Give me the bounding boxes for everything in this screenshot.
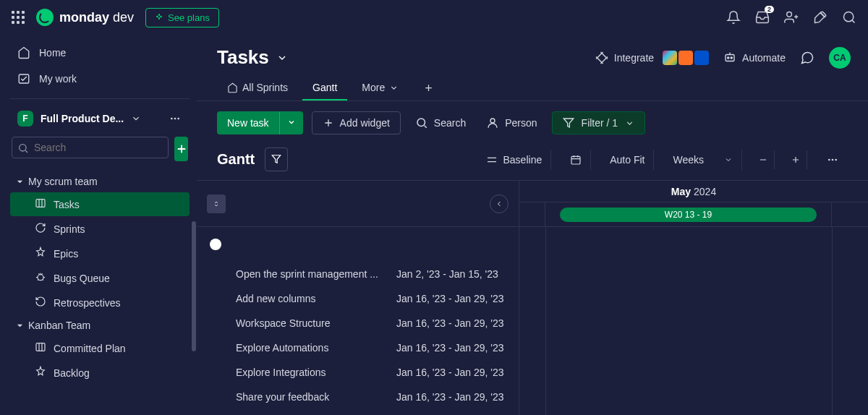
see-plans-button[interactable]: See plans: [145, 8, 219, 27]
discussion-button[interactable]: [800, 51, 814, 65]
automate-button[interactable]: Automate: [723, 51, 786, 64]
gantt-task-row[interactable]: Explore IntegrationsJan 16, '23 - Jan 29…: [197, 360, 519, 385]
apps-icon[interactable]: [813, 10, 827, 25]
gantt-timeline[interactable]: May2024 W20 13 - 19: [519, 181, 868, 415]
svg-rect-9: [726, 54, 734, 61]
svg-point-2: [171, 118, 173, 120]
gantt-title: Gantt: [217, 147, 288, 171]
tab-all-sprints[interactable]: All Sprints: [217, 76, 298, 100]
collapse-panel-button[interactable]: [490, 194, 509, 213]
tab-gantt[interactable]: Gantt: [302, 76, 347, 100]
chevron-down-icon: [131, 114, 141, 124]
chevron-down-icon: [276, 52, 288, 64]
nav-my-work[interactable]: My work: [10, 67, 190, 91]
invite-icon[interactable]: [784, 10, 799, 25]
task-dates: Jan 16, '23 - Jan 29, '23: [396, 342, 504, 354]
gantt-task-row[interactable]: Share your feedbackJan 16, '23 - Jan 29,…: [197, 385, 519, 409]
auto-fit-button[interactable]: Auto Fit: [601, 150, 654, 170]
task-name: Add new columns: [236, 293, 396, 304]
new-task-dropdown[interactable]: [279, 112, 303, 134]
caret-down-icon: [16, 178, 24, 186]
user-avatar[interactable]: CA: [829, 47, 851, 69]
add-view-button[interactable]: [413, 76, 444, 100]
gantt-group-row[interactable]: [197, 227, 519, 262]
plus-icon: [323, 117, 334, 129]
sidebar-scrollbar[interactable]: [191, 69, 197, 415]
sidebar-item[interactable]: Tasks: [10, 192, 190, 216]
svg-point-4: [177, 118, 179, 120]
board-title[interactable]: Tasks: [217, 46, 288, 69]
tab-more[interactable]: More: [352, 76, 409, 100]
chat-icon: [800, 51, 814, 65]
filter-button[interactable]: Filter / 1: [552, 111, 646, 134]
gantt-task-row[interactable]: Workspace StructureJan 16, '23 - Jan 29,…: [197, 311, 519, 335]
baseline-icon: [486, 154, 498, 166]
today-button[interactable]: [561, 150, 591, 170]
gantt-more-button[interactable]: [817, 150, 848, 170]
calendar-icon: [570, 154, 582, 166]
sidebar-item[interactable]: Retrospectives: [10, 291, 190, 315]
inbox-icon[interactable]: 2: [755, 10, 770, 25]
apps-menu-icon[interactable]: [12, 11, 25, 24]
person-filter-button[interactable]: Person: [480, 112, 542, 134]
sidebar-item[interactable]: Backlog: [10, 361, 190, 385]
nav-home[interactable]: Home: [10, 40, 190, 65]
search-button[interactable]: Search: [409, 112, 472, 134]
gantt-task-row[interactable]: Explore AutomationsJan 16, '23 - Jan 29,…: [197, 335, 519, 360]
more-icon[interactable]: [168, 113, 182, 124]
workspace-selector[interactable]: F Full Product De...: [10, 106, 190, 131]
task-dates: Jan 16, '23 - Jan 29, '23: [396, 367, 504, 378]
epic-icon: [35, 247, 46, 260]
timeline-week-cell: W20 13 - 19: [545, 202, 832, 226]
task-name: Workspace Structure: [236, 317, 396, 329]
timescale-select[interactable]: Weeks: [664, 150, 742, 170]
svg-point-17: [835, 158, 837, 161]
sidebar-search-input[interactable]: [12, 137, 169, 158]
sidebar-item[interactable]: Epics: [10, 241, 190, 265]
board-icon: [35, 197, 46, 211]
main-content: Tasks Integrate Automate: [197, 35, 868, 415]
sidebar-item[interactable]: Sprints: [10, 217, 190, 241]
new-task-button[interactable]: New task: [217, 111, 303, 134]
svg-point-0: [844, 12, 854, 22]
sidebar-item[interactable]: Committed Plan: [10, 336, 190, 360]
integrate-icon: [595, 51, 608, 64]
search-icon[interactable]: [842, 10, 856, 25]
svg-rect-14: [571, 156, 580, 164]
add-item-button[interactable]: [174, 137, 188, 161]
gantt-filter-icon-button[interactable]: [265, 147, 288, 171]
task-name: Open the sprint management ...: [236, 268, 396, 280]
sidebar-group[interactable]: My scrum team: [10, 171, 190, 192]
epic-icon: [35, 366, 46, 380]
sparkle-icon: [155, 13, 163, 22]
board-icon: [35, 341, 46, 355]
gantt-task-row[interactable]: Add new columnsJan 16, '23 - Jan 29, '23: [197, 286, 519, 311]
current-week-pill: W20 13 - 19: [560, 208, 817, 222]
integration-app-icons: [663, 51, 709, 65]
svg-point-3: [174, 118, 176, 120]
chevron-down-icon: [389, 83, 399, 93]
svg-point-12: [417, 119, 425, 127]
product-logo[interactable]: monday dev: [36, 9, 134, 26]
chevron-down-icon: [625, 119, 634, 128]
task-name: Explore Automations: [236, 342, 396, 354]
zoom-out-button[interactable]: [752, 150, 775, 169]
top-bar: monday dev See plans 2: [0, 0, 868, 35]
svg-rect-8: [36, 343, 45, 351]
svg-point-16: [832, 158, 834, 161]
sidebar-item[interactable]: Bugs Queue: [10, 266, 190, 290]
add-widget-button[interactable]: Add widget: [312, 111, 401, 134]
person-icon: [486, 116, 499, 129]
filter-icon: [563, 117, 574, 129]
sidebar-group[interactable]: Kanban Team: [10, 315, 190, 335]
sidebar: Home My work F Full Product De... My scr…: [3, 35, 197, 415]
task-dates: Jan 16, '23 - Jan 29, '23: [396, 317, 504, 329]
integrate-button[interactable]: Integrate: [595, 51, 709, 65]
inbox-badge: 2: [765, 6, 774, 13]
zoom-in-button[interactable]: [785, 150, 807, 169]
notifications-icon[interactable]: [726, 10, 741, 25]
baseline-button[interactable]: Baseline: [477, 150, 552, 170]
gantt-task-row[interactable]: Open the sprint management ...Jan 2, '23…: [197, 262, 519, 286]
sprint-icon: [35, 222, 46, 236]
collapse-all-button[interactable]: [207, 194, 226, 213]
